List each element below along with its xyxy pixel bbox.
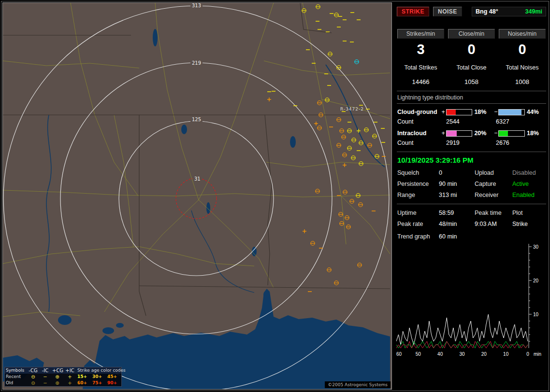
trend-header: Trend graph 60 min (397, 233, 546, 240)
total-close-value: 1058 (446, 78, 497, 85)
receiver-label: Receiver (475, 192, 512, 198)
bearing-value: Bng 48° (476, 8, 498, 15)
rate-buttons: Strikes/min Close/min Noises/min (397, 29, 546, 39)
range-value: 313 mi (439, 192, 475, 198)
total-noises-value: 1008 (497, 78, 548, 85)
strikes-per-min-value: 3 (395, 42, 446, 57)
cg-plus-count: 2544 (446, 118, 496, 125)
range-ring-label: 31 (193, 176, 202, 182)
age-code: 75+ (91, 380, 106, 386)
range-ring-label: 125 (190, 117, 203, 122)
total-strikes-label: Total Strikes (395, 64, 446, 71)
restricted-area-label: R-3472-2 (340, 107, 364, 112)
intracloud-count-row: Count 2919 2676 (397, 140, 546, 146)
ic-minus-bar (498, 130, 525, 137)
trend-x-tick-label: 40 (437, 351, 443, 357)
trend-graph-label: Trend graph (397, 233, 439, 240)
intracloud-row: Intracloud + 20% − 18% (397, 130, 546, 137)
trend-graph-svg: 1020306050403020100min (396, 243, 546, 360)
cg-minus-pct: 44% (525, 109, 546, 115)
cloud-ground-count-row: Count 2544 6327 (397, 118, 546, 125)
neg-cg-icon: ⊖ (27, 374, 39, 380)
uptime-label: Uptime (397, 210, 439, 216)
ic-plus-count: 2919 (446, 140, 496, 146)
mode-toolbar: STRIKE NOISE Bng 48° 349mi (397, 7, 546, 16)
total-strikes-value: 14466 (395, 78, 446, 85)
ic-minus-count: 2676 (496, 140, 546, 146)
trend-graph: 1020306050403020100min (396, 243, 548, 361)
age-code: 45+ (106, 374, 121, 380)
peak-time-label: Peak time (475, 210, 512, 216)
peak-time-value: 9:03 AM (475, 221, 512, 227)
ic-minus-pct: 18% (525, 130, 546, 137)
datetime-display: 10/19/2025 3:29:16 PM (397, 156, 546, 164)
cg-plus-pct: 18% (472, 109, 493, 115)
noises-per-min-value: 0 (497, 42, 548, 57)
trend-x-unit-label: min (534, 351, 541, 357)
total-noises-label: Total Noises (497, 64, 548, 71)
capture-label: Capture (475, 181, 512, 187)
neg-ic-icon: − (39, 380, 51, 386)
age-code: 90+ (106, 380, 121, 386)
stats-grid: Uptime 58:59 Peak time Plot Peak rate 48… (397, 210, 546, 227)
trend-y-tick-label: 30 (533, 244, 539, 250)
distribution-title: Lightning type distribution (397, 94, 546, 101)
noises-per-min-button[interactable]: Noises/min (499, 29, 546, 39)
cg-minus-count: 6327 (496, 118, 546, 125)
receiver-status: Enabled (512, 192, 546, 198)
settings-grid: Squelch 0 Upload Disabled Persistence 90… (397, 169, 546, 198)
count-label: Count (397, 118, 446, 125)
close-per-min-button[interactable]: Close/min (448, 29, 495, 39)
close-per-min-value: 0 (446, 42, 497, 57)
minus-sign: − (493, 130, 498, 137)
divider (397, 91, 546, 91)
legend-row-label: Recent (5, 374, 27, 380)
trend-window-value: 60 min (439, 233, 546, 240)
bearing-readout: Bng 48° 349mi (472, 7, 546, 16)
range-ring-label: 313 (190, 3, 203, 8)
divider (397, 103, 546, 104)
age-code: 15+ (76, 374, 91, 380)
legend-symbols-title: Symbols (5, 367, 27, 374)
trend-x-tick-label: 20 (481, 351, 487, 357)
trend-y-tick-label: 20 (533, 278, 539, 283)
trend-y-tick-label: 10 (533, 312, 539, 317)
divider (397, 204, 546, 204)
lightning-detector-app: 313 219 125 31 R-3472-2 Symbols -CG -IC … (0, 0, 550, 392)
legend-col-header: +CG (51, 367, 63, 374)
minus-sign: − (493, 109, 498, 115)
squelch-value: 0 (439, 169, 475, 176)
strikes-per-min-button[interactable]: Strikes/min (397, 29, 444, 39)
plus-sign: + (441, 109, 446, 115)
age-code: 30+ (91, 374, 106, 380)
pos-ic-icon: + (63, 380, 76, 386)
cloud-ground-row: Cloud-ground + 18% − 44% (397, 109, 546, 115)
trend-x-tick-label: 50 (416, 351, 421, 357)
noise-mode-button[interactable]: NOISE (433, 7, 462, 16)
capture-status: Active (512, 181, 546, 187)
symbol-legend: Symbols -CG -IC +CG +IC Strike age color… (4, 367, 122, 387)
plot-value: Strike (512, 221, 546, 227)
ic-plus-bar (446, 130, 473, 137)
total-close-label: Total Close (446, 64, 497, 71)
ic-plus-pct: 20% (472, 130, 493, 137)
status-panel: STRIKE NOISE Bng 48° 349mi Strikes/min C… (395, 2, 548, 390)
trend-series-close (396, 341, 528, 348)
pos-cg-icon: ⊕ (51, 374, 63, 380)
cg-minus-bar (498, 109, 525, 115)
peak-rate-value: 48/min (439, 221, 475, 227)
legend-age-title: Strike age color codes (76, 367, 121, 374)
intracloud-label: Intracloud (397, 130, 441, 137)
lightning-map[interactable]: 313 219 125 31 R-3472-2 Symbols -CG -IC … (2, 2, 392, 390)
range-ring-label: 219 (190, 60, 203, 66)
legend-col-header: -CG (27, 367, 39, 374)
legend-col-header: -IC (39, 367, 51, 374)
plot-label: Plot (512, 210, 546, 216)
count-label: Count (397, 140, 446, 146)
pos-cg-icon: ⊕ (51, 380, 63, 386)
neg-ic-icon: − (39, 374, 51, 380)
trend-x-tick-label: 0 (526, 351, 529, 357)
strike-mode-button[interactable]: STRIKE (397, 7, 429, 16)
cloud-ground-label: Cloud-ground (397, 109, 441, 115)
trend-series-strikes (396, 314, 528, 345)
